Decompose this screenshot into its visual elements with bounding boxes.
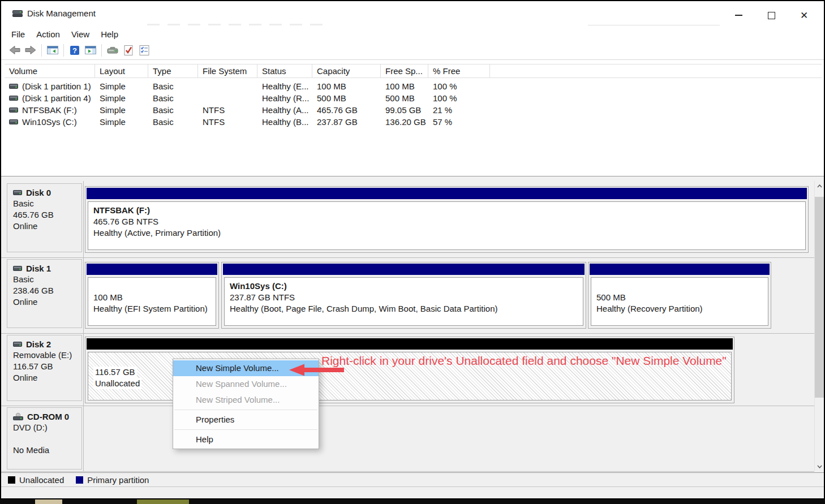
disk-status: Online [7, 221, 81, 232]
cdrom-icon [13, 413, 23, 420]
menu-view[interactable]: View [66, 28, 95, 40]
cell-free-space: 100 MB [381, 81, 428, 91]
disk-management-app-icon [12, 10, 23, 18]
cell-free-space: 136.20 GB [381, 117, 428, 127]
table-row[interactable]: NTFSBAK (F:) Simple Basic NTFS Healthy (… [5, 104, 822, 116]
disk1-label-panel[interactable]: Disk 1 Basic 238.46 GB Online [7, 259, 82, 328]
cell-capacity: 465.76 GB [312, 105, 381, 115]
column-header-status[interactable]: Status [257, 64, 312, 77]
ghost-artifact [588, 25, 720, 25]
cell-type: Basic [148, 117, 198, 127]
volume-icon [9, 83, 18, 89]
forward-arrow-icon[interactable] [23, 43, 38, 58]
help-icon[interactable]: ? [67, 43, 83, 58]
close-icon: ✕ [800, 11, 808, 20]
annotation-text: Right-click in your drive's Unallocated … [321, 354, 751, 368]
disk0-label-panel[interactable]: Disk 0 Basic 465.76 GB Online [7, 183, 82, 252]
disk-name: Disk 0 [26, 188, 51, 197]
primary-partition-legend-label: Primary partition [87, 475, 149, 485]
partition-efi[interactable]: 100 MB Healthy (EFI System Partition) [85, 262, 219, 329]
table-row[interactable]: (Disk 1 partition 4) Simple Basic Health… [5, 92, 822, 104]
disk-icon [13, 189, 22, 196]
toolbar-separator [63, 44, 64, 57]
cell-volume: NTFSBAK (F:) [22, 105, 77, 115]
menu-separator [174, 429, 317, 430]
column-header-layout[interactable]: Layout [95, 64, 148, 77]
column-header-type[interactable]: Type [148, 64, 198, 77]
partition-size: 100 MB [93, 292, 210, 303]
primary-partition-legend-swatch [76, 476, 83, 484]
menu-action[interactable]: Action [31, 28, 66, 40]
cell-status: Healthy (A... [257, 105, 312, 115]
menu-item-new-striped-volume: New Striped Volume... [173, 392, 319, 408]
scroll-down-button[interactable] [815, 462, 824, 471]
column-header-pct-free[interactable]: % Free [428, 64, 490, 77]
scroll-up-button[interactable] [815, 181, 824, 191]
cell-pct-free: 100 % [428, 81, 490, 91]
disk-icon [13, 265, 22, 272]
table-row[interactable]: (Disk 1 partition 1) Simple Basic Health… [5, 80, 822, 92]
toolbar: ? [1, 41, 824, 60]
cell-pct-free: 57 % [428, 117, 490, 127]
grid-divider [1, 333, 814, 334]
desktop-artifact [35, 499, 62, 504]
disk-status: Online [7, 296, 81, 308]
partition-status: Healthy (Boot, Page File, Crash Dump, Wi… [230, 303, 578, 315]
column-header-free-space[interactable]: Free Sp... [381, 64, 428, 77]
scrollbar-thumb[interactable] [815, 197, 824, 398]
menu-help[interactable]: Help [95, 28, 124, 40]
volume-icon [9, 95, 18, 101]
cell-layout: Simple [95, 105, 148, 115]
console-tree-icon[interactable] [45, 43, 61, 58]
toolbar-separator [41, 44, 42, 57]
disk-tool-icon[interactable] [105, 43, 121, 58]
primary-partition-band [87, 188, 807, 199]
column-header-file-system[interactable]: File System [198, 64, 257, 77]
cell-free-space: 500 MB [381, 93, 428, 103]
disk-status: Online [7, 372, 81, 384]
cell-layout: Simple [95, 81, 148, 91]
minimize-button[interactable] [729, 8, 748, 23]
column-header-volume[interactable]: Volume [5, 64, 95, 77]
cell-volume: (Disk 1 partition 1) [22, 81, 91, 91]
partition-title: NTFSBAK (F:) [93, 205, 800, 216]
volume-icon [9, 119, 18, 125]
partition-win10sys[interactable]: Win10Sys (C:) 237.87 GB NTFS Healthy (Bo… [221, 262, 586, 329]
menu-item-properties[interactable]: Properties [173, 412, 319, 428]
table-row[interactable]: Win10Sys (C:) Simple Basic NTFS Healthy … [5, 116, 822, 128]
menu-bar: File Action View Help [1, 27, 824, 41]
toolbar-separator [101, 44, 102, 57]
menu-item-help[interactable]: Help [173, 432, 319, 447]
cell-status: Healthy (B... [257, 117, 312, 127]
cell-type: Basic [148, 105, 198, 115]
partition-title: Win10Sys (C:) [230, 281, 578, 292]
maximize-button[interactable] [762, 8, 781, 23]
disk-blank-line [7, 433, 81, 445]
grid-divider [1, 471, 814, 472]
partition-status: Healthy (Recovery Partition) [596, 303, 763, 315]
cdrom-label-panel[interactable]: CD-ROM 0 DVD (D:) No Media [7, 407, 82, 469]
menu-item-new-spanned-volume: New Spanned Volume... [173, 376, 319, 392]
disk2-label-panel[interactable]: Disk 2 Removable (E:) 116.57 GB Online [7, 335, 82, 401]
column-header-capacity[interactable]: Capacity [312, 64, 381, 77]
disk-name: Disk 2 [26, 339, 51, 349]
close-button[interactable]: ✕ [794, 8, 814, 23]
partition-recovery[interactable]: 500 MB Healthy (Recovery Partition) [588, 262, 771, 329]
partition-status: Healthy (EFI System Partition) [93, 303, 210, 315]
cell-status: Healthy (E... [257, 81, 312, 91]
disk-graph-panel: Disk 0 Basic 465.76 GB Online NTFSBAK (F… [1, 176, 824, 472]
volume-list-panel: Volume Layout Type File System Status Ca… [1, 60, 824, 176]
action-pane-icon[interactable] [83, 43, 98, 58]
cell-free-space: 99.05 GB [381, 105, 428, 115]
commit-check-icon[interactable] [121, 43, 136, 58]
partition-ntfsbak[interactable]: NTFSBAK (F:) 465.76 GB NTFS Healthy (Act… [85, 186, 809, 253]
vertical-scrollbar[interactable] [814, 181, 824, 471]
disk-name: CD-ROM 0 [27, 412, 69, 421]
partition-status: Unallocated [93, 378, 141, 389]
back-arrow-icon[interactable] [7, 43, 23, 58]
cell-pct-free: 100 % [428, 93, 490, 103]
disk-management-window: Disk Management ✕ File Action View Help [0, 0, 825, 499]
disk-icon [13, 341, 22, 347]
checklist-icon[interactable] [136, 43, 152, 58]
menu-file[interactable]: File [6, 28, 31, 40]
